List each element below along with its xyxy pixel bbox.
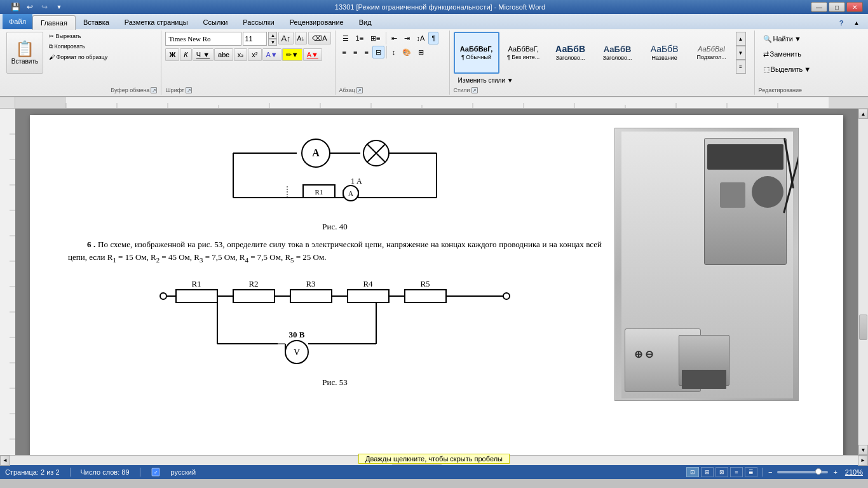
underline-button[interactable]: Ч ▼ (193, 48, 214, 61)
paste-button[interactable]: 📋 Вставить (6, 32, 43, 74)
find-button[interactable]: 🔍 Найти ▼ (759, 32, 816, 46)
superscript-button[interactable]: x² (248, 48, 261, 61)
scroll-track[interactable] (858, 119, 868, 445)
vertical-scrollbar[interactable]: ▲ ▼ (858, 109, 868, 455)
line-spacing-button[interactable]: ↕ (389, 46, 399, 58)
font-shrink-button[interactable]: A↓ (295, 32, 308, 44)
highlight-button[interactable]: ✏▼ (282, 48, 302, 61)
paragraph-expand-button[interactable]: ↗ (356, 87, 363, 93)
styles-expand-dialog-button[interactable]: ↗ (471, 87, 478, 93)
tab-layout[interactable]: Разметка страницы (117, 15, 196, 29)
ribbon-minimize-button[interactable]: ▲ (850, 17, 863, 29)
full-screen-button[interactable]: ⊞ (701, 467, 714, 477)
undo-button[interactable]: ↩ (24, 1, 36, 13)
styles-scroll: ▲ ▼ ≡ (736, 32, 746, 74)
align-right-button[interactable]: ≡ (361, 46, 371, 58)
h-scroll-left-button[interactable]: ◄ (0, 456, 10, 466)
clear-format-button[interactable]: ⌫A (308, 32, 330, 44)
italic-button[interactable]: К (180, 48, 191, 61)
zoom-out-button[interactable]: − (768, 468, 772, 476)
styles-scroll-down[interactable]: ▼ (736, 46, 746, 60)
format-painter-button[interactable]: 🖌 Формат по образцу (46, 53, 111, 62)
scroll-thumb[interactable] (859, 315, 867, 340)
tab-mailings[interactable]: Рассылки (235, 15, 281, 29)
h-scroll-right-button[interactable]: ► (858, 456, 868, 466)
font-color-button[interactable]: A▼ (303, 48, 322, 61)
editing-group-label: Редактирование (759, 86, 803, 93)
select-button[interactable]: ⬚ Выделить ▼ (759, 62, 816, 76)
increase-indent-button[interactable]: ⇥ (401, 32, 413, 44)
spelling-check-icon[interactable]: ✓ (151, 467, 161, 477)
styles-scroll-up[interactable]: ▲ (736, 32, 746, 46)
word-count[interactable]: Число слов: 89 (81, 468, 130, 476)
scroll-up-button[interactable]: ▲ (858, 109, 868, 119)
svg-text:R5: R5 (420, 279, 430, 288)
tab-references[interactable]: Ссылки (196, 15, 236, 29)
font-size-increase-button[interactable]: ▲ (268, 32, 277, 39)
web-layout-button[interactable]: ⊠ (715, 467, 728, 477)
font-size-decrease-button[interactable]: ▼ (268, 39, 277, 46)
zoom-in-button[interactable]: + (833, 468, 837, 476)
styles-expand-button[interactable]: ≡ (736, 60, 746, 74)
quick-access-toolbar: 💾 ↩ ↪ ▼ (5, 0, 69, 15)
multilevel-button[interactable]: ⊞≡ (367, 32, 383, 44)
decrease-indent-button[interactable]: ⇤ (388, 32, 400, 44)
draft-view-button[interactable]: ≣ (745, 467, 757, 477)
align-center-button[interactable]: ≡ (350, 46, 360, 58)
replace-button[interactable]: ⇄ Заменить (759, 47, 816, 61)
outline-view-button[interactable]: ≡ (730, 467, 743, 477)
qat-customize-button[interactable]: ▼ (53, 1, 65, 13)
svg-rect-1 (15, 97, 66, 109)
scroll-down-button[interactable]: ▼ (858, 445, 868, 455)
maximize-button[interactable]: □ (829, 2, 845, 12)
show-marks-button[interactable]: ¶ (428, 32, 438, 44)
text-effects-button[interactable]: A▼ (262, 48, 281, 61)
page-info[interactable]: Страница: 2 из 2 (5, 468, 60, 476)
style-heading1[interactable]: АаБбВ Заголово... (548, 32, 593, 74)
numbering-button[interactable]: 1≡ (353, 32, 367, 44)
clipboard-expand-button[interactable]: ↗ (151, 87, 157, 93)
style-title[interactable]: АаБбВ Название (642, 32, 688, 74)
tab-home[interactable]: Главная (32, 15, 76, 30)
font-size-input[interactable] (243, 32, 267, 46)
subscript-button[interactable]: x₂ (234, 48, 248, 61)
font-name-input[interactable] (165, 32, 241, 46)
language-label[interactable]: русский (171, 468, 196, 476)
tab-insert[interactable]: Вставка (76, 15, 117, 29)
zoom-thumb[interactable] (815, 468, 822, 475)
style-no-spacing[interactable]: АаБбВвГ, ¶ Без инте... (501, 32, 546, 74)
save-button[interactable]: 💾 (9, 1, 22, 13)
bullets-button[interactable]: ☰ (339, 32, 352, 44)
style-heading2[interactable]: АаБбВ Заголово... (595, 32, 641, 74)
page-text-content: A (68, 128, 602, 455)
zoom-slider[interactable] (777, 471, 828, 473)
bold-button[interactable]: Ж (165, 48, 179, 61)
cut-button[interactable]: ✂ Вырезать (46, 32, 111, 41)
document-scroll-area[interactable]: A (15, 109, 858, 455)
tab-review[interactable]: Рецензирование (282, 15, 351, 29)
align-left-button[interactable]: ≡ (339, 46, 349, 58)
redo-button[interactable]: ↪ (38, 1, 51, 13)
justify-button[interactable]: ⊟ (372, 46, 384, 58)
svg-text:30 В: 30 В (289, 330, 305, 339)
copy-button[interactable]: ⧉ Копировать (46, 42, 111, 51)
horizontal-scrollbar[interactable]: ◄ ► Дважды щелкните, чтобы скрыть пробел… (0, 455, 868, 465)
zoom-level-button[interactable]: 210% (845, 468, 863, 476)
minimize-button[interactable]: — (811, 2, 827, 12)
help-button[interactable]: ? (835, 17, 848, 29)
tab-file[interactable]: Файл (3, 14, 32, 29)
font-grow-button[interactable]: A↑ (278, 32, 293, 44)
change-styles-button[interactable]: Изменить стили ▼ (454, 75, 518, 86)
sort-button[interactable]: ↕A (414, 32, 428, 44)
shading-button[interactable]: 🎨 (399, 46, 414, 58)
print-layout-button[interactable]: ⊡ (686, 467, 699, 477)
tab-view[interactable]: Вид (351, 15, 379, 29)
close-button[interactable]: ✕ (846, 2, 863, 12)
style-subtitle[interactable]: АаБбВвI Подзагол... (689, 32, 735, 74)
strikethrough-button[interactable]: abc (214, 48, 233, 61)
paragraph-group: ☰ 1≡ ⊞≡ ⇤ ⇥ ↕A ¶ ≡ ≡ ≡ ⊟ ↕ 🎨 (336, 30, 450, 95)
ruler-corner[interactable] (0, 97, 15, 109)
borders-button[interactable]: ⊞ (415, 46, 427, 58)
font-expand-button[interactable]: ↗ (186, 87, 192, 93)
style-normal[interactable]: АаБбВвГ, ¶ Обычный (454, 32, 499, 74)
